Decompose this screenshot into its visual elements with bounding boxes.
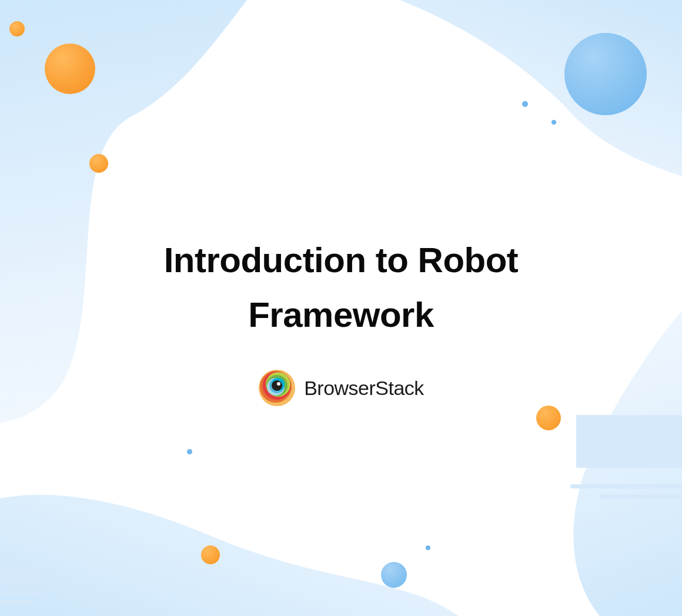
brand-name: BrowserStack xyxy=(304,377,424,400)
svg-point-9 xyxy=(277,382,280,386)
main-content: Introduction to Robot Framework BrowserS… xyxy=(0,0,682,616)
browserstack-logo-icon xyxy=(258,369,296,407)
page-title: Introduction to Robot Framework xyxy=(100,233,582,342)
brand-row: BrowserStack xyxy=(258,369,424,407)
svg-point-8 xyxy=(272,380,282,391)
